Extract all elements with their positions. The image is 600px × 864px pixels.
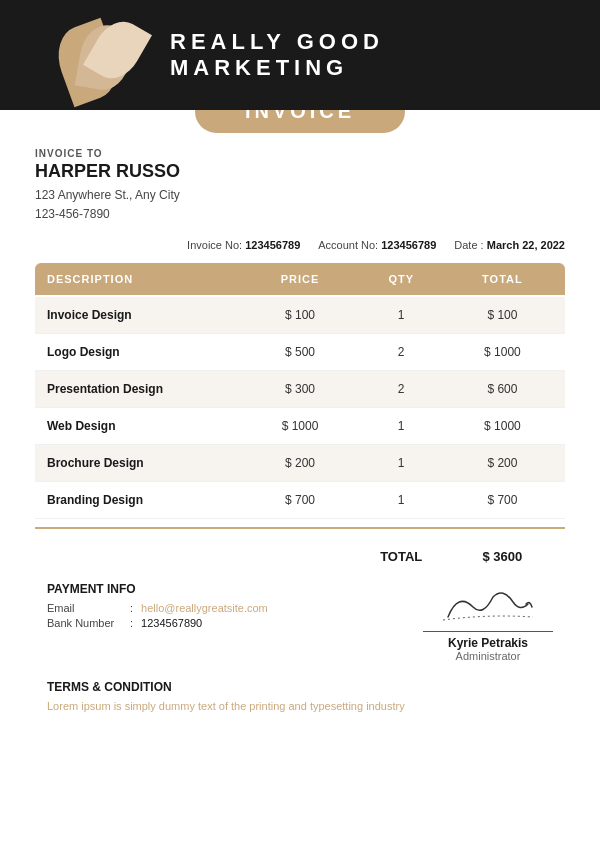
cell-description: Logo Design bbox=[47, 345, 249, 359]
cell-qty: 1 bbox=[351, 456, 452, 470]
address-line: 123 Anywhere St., Any City bbox=[35, 188, 180, 202]
bank-label: Bank Number bbox=[47, 617, 122, 629]
table-row: Web Design $ 1000 1 $ 1000 bbox=[35, 408, 565, 445]
terms-title: TERMS & CONDITION bbox=[47, 680, 553, 694]
col-total-header: TOTAL bbox=[452, 273, 553, 285]
total-row: TOTAL $ 3600 bbox=[35, 541, 565, 572]
cell-price: $ 300 bbox=[249, 382, 350, 396]
table-row: Brochure Design $ 200 1 $ 200 bbox=[35, 445, 565, 482]
cell-qty: 1 bbox=[351, 419, 452, 433]
cell-qty: 1 bbox=[351, 493, 452, 507]
logo-area bbox=[30, 0, 150, 110]
table-header: DESCRIPTION PRICE QTY TOTAL bbox=[35, 263, 565, 295]
invoice-to-name: HARPER RUSSO bbox=[35, 161, 565, 182]
bank-value: 1234567890 bbox=[141, 617, 202, 629]
table-row: Presentation Design $ 300 2 $ 600 bbox=[35, 371, 565, 408]
table-row: Branding Design $ 700 1 $ 700 bbox=[35, 482, 565, 519]
content-area: INVOICE TO HARPER RUSSO 123 Anywhere St.… bbox=[0, 148, 600, 756]
bottom-section: PAYMENT INFO Email : hello@reallygreatsi… bbox=[35, 582, 565, 662]
invoice-to-section: INVOICE TO HARPER RUSSO 123 Anywhere St.… bbox=[35, 148, 565, 224]
cell-total: $ 700 bbox=[452, 493, 553, 507]
cell-qty: 2 bbox=[351, 345, 452, 359]
signature-area: Kyrie Petrakis Administrator bbox=[423, 582, 553, 662]
cell-total: $ 1000 bbox=[452, 345, 553, 359]
cell-description: Presentation Design bbox=[47, 382, 249, 396]
cell-description: Branding Design bbox=[47, 493, 249, 507]
invoice-to-address: 123 Anywhere St., Any City 123-456-7890 bbox=[35, 186, 565, 224]
terms-text: Lorem ipsum is simply dummy text of the … bbox=[47, 698, 553, 716]
cell-total: $ 1000 bbox=[452, 419, 553, 433]
cell-description: Web Design bbox=[47, 419, 249, 433]
cell-price: $ 500 bbox=[249, 345, 350, 359]
sig-line bbox=[423, 631, 553, 632]
col-qty-header: QTY bbox=[351, 273, 452, 285]
col-description-header: DESCRIPTION bbox=[47, 273, 249, 285]
cell-total: $ 100 bbox=[452, 308, 553, 322]
table-divider bbox=[35, 527, 565, 529]
signature-graphic bbox=[423, 582, 553, 627]
cell-description: Invoice Design bbox=[47, 308, 249, 322]
sig-title: Administrator bbox=[423, 650, 553, 662]
date-value: March 22, 2022 bbox=[487, 239, 565, 251]
terms-section: TERMS & CONDITION Lorem ipsum is simply … bbox=[35, 662, 565, 726]
cell-description: Brochure Design bbox=[47, 456, 249, 470]
cell-qty: 2 bbox=[351, 382, 452, 396]
payment-info: PAYMENT INFO Email : hello@reallygreatsi… bbox=[47, 582, 268, 632]
cell-price: $ 1000 bbox=[249, 419, 350, 433]
header: REALLY GOOD MARKETING bbox=[0, 0, 600, 110]
table-row: Invoice Design $ 100 1 $ 100 bbox=[35, 297, 565, 334]
cell-price: $ 100 bbox=[249, 308, 350, 322]
cell-qty: 1 bbox=[351, 308, 452, 322]
total-value: $ 3600 bbox=[452, 549, 553, 564]
email-label: Email bbox=[47, 602, 122, 614]
bank-row: Bank Number : 1234567890 bbox=[47, 617, 268, 629]
company-name: REALLY GOOD MARKETING bbox=[170, 29, 570, 81]
payment-title: PAYMENT INFO bbox=[47, 582, 268, 596]
invoice-no-value: 123456789 bbox=[245, 239, 300, 251]
cell-price: $ 700 bbox=[249, 493, 350, 507]
total-label: TOTAL bbox=[351, 549, 452, 564]
col-price-header: PRICE bbox=[249, 273, 350, 285]
table-body: Invoice Design $ 100 1 $ 100 Logo Design… bbox=[35, 297, 565, 519]
date-field: Date : March 22, 2022 bbox=[454, 239, 565, 251]
meta-row: Invoice No: 123456789 Account No: 123456… bbox=[35, 239, 565, 251]
invoice-to-label: INVOICE TO bbox=[35, 148, 565, 159]
account-no-value: 123456789 bbox=[381, 239, 436, 251]
email-value: hello@reallygreatsite.com bbox=[141, 602, 268, 614]
cell-price: $ 200 bbox=[249, 456, 350, 470]
account-no-field: Account No: 123456789 bbox=[318, 239, 436, 251]
sig-name: Kyrie Petrakis bbox=[423, 636, 553, 650]
invoice-no-field: Invoice No: 123456789 bbox=[187, 239, 300, 251]
cell-total: $ 200 bbox=[452, 456, 553, 470]
phone-line: 123-456-7890 bbox=[35, 207, 110, 221]
email-row: Email : hello@reallygreatsite.com bbox=[47, 602, 268, 614]
table-row: Logo Design $ 500 2 $ 1000 bbox=[35, 334, 565, 371]
cell-total: $ 600 bbox=[452, 382, 553, 396]
